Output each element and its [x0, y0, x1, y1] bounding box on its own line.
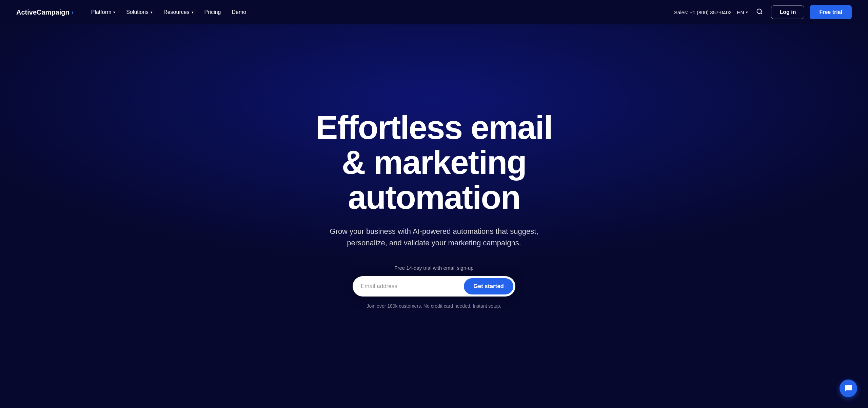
chat-bubble-button[interactable] — [840, 380, 857, 397]
nav-link-platform[interactable]: Platform ▾ — [87, 6, 120, 18]
hero-subtitle: Grow your business with AI-powered autom… — [329, 226, 539, 249]
nav-link-solutions[interactable]: Solutions ▾ — [122, 6, 157, 18]
email-form: Get started — [353, 276, 515, 297]
hero-trial-label: Free 14-day trial with email sign-up — [394, 265, 473, 271]
login-button[interactable]: Log in — [771, 5, 804, 19]
nav-link-demo[interactable]: Demo — [228, 6, 251, 18]
get-started-button[interactable]: Get started — [464, 278, 513, 294]
chevron-down-icon: ▾ — [113, 10, 115, 15]
free-trial-button[interactable]: Free trial — [810, 5, 852, 19]
nav-language-selector[interactable]: EN ▾ — [737, 9, 748, 15]
nav-sales-phone: Sales: +1 (800) 357-0402 — [674, 9, 732, 15]
logo-text: ActiveCampaign — [16, 8, 70, 16]
navbar: ActiveCampaign› Platform ▾ Solutions ▾ R… — [0, 0, 868, 24]
chevron-down-icon: ▾ — [151, 10, 153, 15]
logo-chevron-icon: › — [72, 9, 74, 16]
chevron-down-icon: ▾ — [746, 10, 748, 15]
nav-links: Platform ▾ Solutions ▾ Resources ▾ Prici… — [87, 6, 250, 18]
chevron-down-icon: ▾ — [192, 10, 194, 15]
nav-left: ActiveCampaign› Platform ▾ Solutions ▾ R… — [16, 6, 250, 18]
nav-right: Sales: +1 (800) 357-0402 EN ▾ Log in Fre… — [674, 5, 852, 19]
hero-title: Effortless email & marketing automation — [281, 110, 587, 215]
svg-line-1 — [761, 13, 762, 14]
logo[interactable]: ActiveCampaign› — [16, 8, 74, 16]
search-icon[interactable] — [753, 7, 766, 18]
nav-link-resources[interactable]: Resources ▾ — [159, 6, 197, 18]
hero-fine-print: Join over 180k customers. No credit card… — [367, 303, 501, 309]
nav-link-pricing[interactable]: Pricing — [200, 6, 225, 18]
email-input[interactable] — [361, 283, 464, 290]
hero-section: Effortless email & marketing automation … — [0, 24, 868, 408]
